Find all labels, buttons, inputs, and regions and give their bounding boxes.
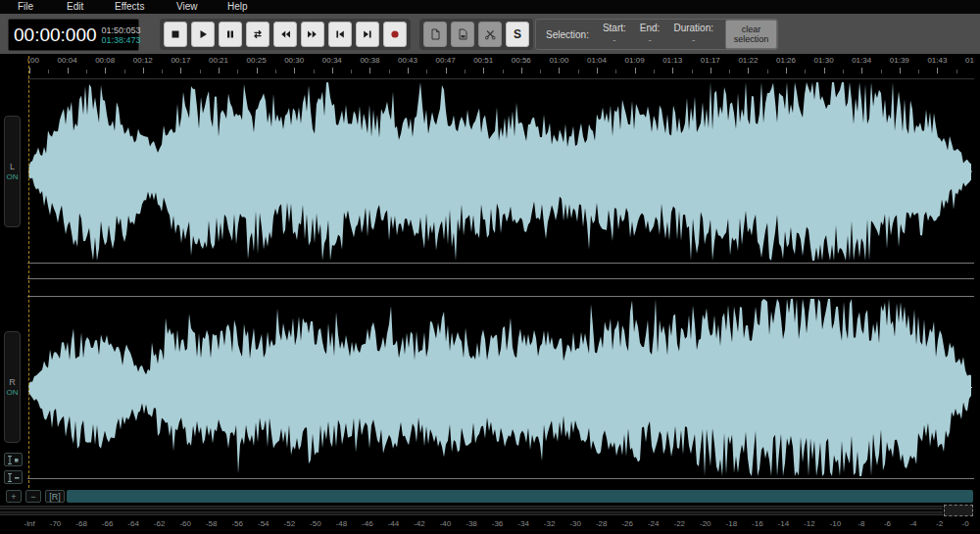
ruler-tick-minor	[314, 70, 315, 73]
db-label: -8	[858, 519, 864, 528]
selection-duration-value: -	[692, 34, 695, 46]
vertical-zoom-in-button[interactable]	[4, 453, 23, 466]
ruler-tick-minor	[351, 70, 352, 73]
cut-button[interactable]	[478, 22, 502, 47]
ruler-label: 01:13	[662, 56, 682, 65]
clip-indicator	[944, 505, 973, 516]
db-label: -48	[336, 519, 348, 528]
ruler-tick-major	[710, 68, 711, 73]
selection-end-label: End:	[640, 23, 661, 34]
menu-view[interactable]: View	[176, 1, 198, 12]
waveform-left-channel[interactable]	[28, 80, 972, 263]
play-button[interactable]	[191, 22, 215, 47]
left-channel-toggle[interactable]: L ON	[4, 116, 21, 227]
ruler-tick-major	[597, 68, 598, 73]
db-label: -0	[962, 519, 969, 528]
meter-bar-left	[0, 506, 943, 510]
vertical-zoom-out-button[interactable]	[4, 470, 23, 484]
export-file-button[interactable]	[451, 22, 474, 47]
vertical-zoom-out-icon	[15, 477, 20, 479]
right-channel-letter: R	[9, 377, 16, 387]
menu-effects[interactable]: Effects	[115, 1, 144, 12]
ruler-tick-minor	[881, 70, 882, 73]
menu-help[interactable]: Help	[227, 1, 248, 12]
cut-icon	[483, 27, 497, 41]
ruler-tick-major	[408, 68, 409, 73]
ruler-tick-minor	[615, 70, 616, 73]
meter-bar-right	[0, 511, 943, 515]
ruler-label: 00:38	[360, 56, 379, 65]
ruler-tick-minor	[86, 70, 87, 73]
record-button[interactable]	[383, 22, 407, 47]
ruler-tick-major	[180, 68, 181, 73]
ruler-tick-minor	[48, 70, 49, 73]
right-channel-toggle[interactable]: R ON	[4, 331, 21, 443]
horizontal-scrollbar[interactable]	[67, 490, 973, 503]
db-label: -28	[596, 519, 608, 528]
clear-selection-button[interactable]: clear selection	[725, 20, 777, 49]
skip-to-start-button[interactable]	[328, 22, 352, 47]
vertical-zoom-in-icon	[15, 459, 19, 462]
db-label: -24	[648, 519, 660, 528]
save-session-label: S	[514, 27, 521, 41]
menu-file[interactable]: File	[18, 1, 33, 12]
ruler-tick-minor	[162, 70, 163, 73]
fast-forward-button[interactable]	[301, 22, 324, 47]
ruler-label: 01:26	[776, 56, 796, 65]
ruler-label: 00:43	[398, 56, 417, 65]
right-channel-state: ON	[7, 388, 19, 397]
ruler-tick-major	[900, 68, 901, 73]
save-session-button[interactable]: S	[506, 22, 529, 47]
ruler-tick-minor	[275, 70, 276, 73]
transport-controls	[160, 19, 411, 50]
current-time: 00:00:000	[14, 24, 97, 46]
skip-to-start-icon	[333, 27, 347, 41]
ruler-tick-minor	[843, 70, 844, 73]
db-label: -52	[284, 519, 296, 528]
stop-button[interactable]	[164, 22, 187, 47]
ruler-tick-minor	[692, 70, 693, 73]
db-label: -46	[362, 519, 373, 528]
ruler-tick-minor	[389, 70, 390, 73]
zoom-in-button[interactable]: +	[6, 490, 22, 503]
ruler-tick-major	[105, 68, 106, 73]
ruler-tick-major	[786, 68, 787, 73]
db-label: -42	[414, 519, 425, 528]
new-file-icon	[428, 27, 442, 41]
new-file-button[interactable]	[423, 22, 447, 47]
ruler-label: 01:09	[625, 56, 645, 65]
zoom-out-button[interactable]: −	[25, 490, 41, 503]
ruler-tick-major	[332, 68, 333, 73]
ruler-label: 01:00	[549, 56, 568, 65]
ruler-tick-minor	[956, 70, 957, 73]
menu-bar: FileEditEffectsViewHelp	[0, 0, 980, 14]
menu-edit[interactable]: Edit	[67, 1, 83, 12]
ruler-tick-major	[294, 68, 295, 73]
loop-button[interactable]	[246, 22, 270, 47]
zoom-reset-button[interactable]: [R]	[45, 490, 65, 503]
db-label: -2	[936, 519, 943, 528]
left-channel-state: ON	[7, 172, 19, 181]
ruler-tick-minor	[237, 70, 238, 73]
ruler-tick-major	[143, 68, 144, 73]
ruler-label: 01:22	[738, 56, 758, 65]
rewind-button[interactable]	[273, 22, 297, 47]
ruler-label: 00:34	[322, 56, 342, 65]
selection-panel: Selection: Start: - End: - Duration: - c…	[535, 19, 778, 50]
ruler-tick-major	[68, 68, 69, 73]
ruler-tick-major	[635, 68, 636, 73]
track-divider	[27, 263, 974, 264]
playhead-cursor[interactable]	[28, 56, 29, 488]
pause-icon	[223, 27, 237, 41]
selection-end-value: -	[648, 34, 651, 46]
remaining-time: 01:38:473	[102, 35, 141, 45]
skip-to-end-button[interactable]	[356, 22, 379, 47]
waveform-right-channel[interactable]	[28, 297, 972, 478]
ruler-tick-major	[483, 68, 484, 73]
timeline-ruler[interactable]: 00:0000:0400:0800:1200:1700:2100:2500:30…	[27, 54, 974, 78]
db-label: -20	[700, 519, 711, 528]
ruler-tick-major	[29, 68, 30, 73]
total-duration: 01:50:053	[102, 25, 141, 35]
ruler-tick-major	[559, 68, 560, 73]
pause-button[interactable]	[219, 22, 242, 47]
